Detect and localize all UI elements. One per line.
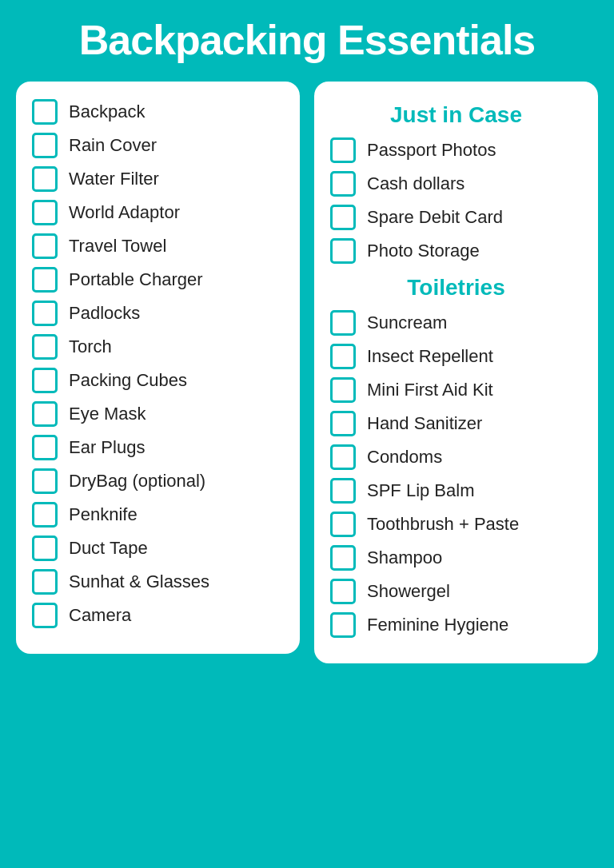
list-item: Hand Sanitizer xyxy=(330,411,582,436)
list-item: Toothbrush + Paste xyxy=(330,512,582,537)
item-label: Camera xyxy=(69,605,131,626)
left-column: BackpackRain CoverWater FilterWorld Adap… xyxy=(16,82,300,654)
list-item: Feminine Hygiene xyxy=(330,612,582,638)
list-item: DryBag (optional) xyxy=(32,468,284,494)
checkbox[interactable] xyxy=(32,267,58,293)
checkbox[interactable] xyxy=(330,545,356,571)
item-label: Eye Mask xyxy=(69,404,146,424)
checkbox[interactable] xyxy=(32,401,58,427)
list-item: Suncream xyxy=(330,310,582,336)
item-label: SPF Lip Balm xyxy=(367,480,475,501)
checkbox[interactable] xyxy=(330,512,356,537)
checkbox[interactable] xyxy=(330,478,356,504)
list-item: Spare Debit Card xyxy=(330,205,582,230)
list-item: Condoms xyxy=(330,444,582,470)
item-label: DryBag (optional) xyxy=(69,471,205,492)
checkbox[interactable] xyxy=(32,468,58,494)
item-label: Passport Photos xyxy=(367,140,496,161)
checkbox[interactable] xyxy=(32,502,58,528)
list-item: Mini First Aid Kit xyxy=(330,377,582,403)
checkbox[interactable] xyxy=(330,137,356,163)
list-item: Backpack xyxy=(32,99,284,125)
checkbox[interactable] xyxy=(330,579,356,604)
checkbox[interactable] xyxy=(330,238,356,264)
item-label: Spare Debit Card xyxy=(367,207,503,228)
item-label: Shampoo xyxy=(367,547,442,568)
checkbox[interactable] xyxy=(32,536,58,561)
item-label: Portable Charger xyxy=(69,269,203,290)
checkbox[interactable] xyxy=(330,171,356,197)
item-label: Water Filter xyxy=(69,169,159,189)
list-item: Camera xyxy=(32,603,284,628)
list-item: Photo Storage xyxy=(330,238,582,264)
list-item: Rain Cover xyxy=(32,133,284,158)
item-label: Hand Sanitizer xyxy=(367,413,482,434)
checkbox[interactable] xyxy=(330,612,356,638)
list-item: Penknife xyxy=(32,502,284,528)
checkbox[interactable] xyxy=(330,310,356,336)
item-label: Toothbrush + Paste xyxy=(367,514,519,535)
item-label: Duct Tape xyxy=(69,538,148,559)
list-item: Torch xyxy=(32,334,284,360)
list-item: Padlocks xyxy=(32,301,284,326)
checkbox[interactable] xyxy=(32,569,58,595)
checkbox[interactable] xyxy=(32,603,58,628)
checkbox[interactable] xyxy=(32,200,58,225)
item-label: Travel Towel xyxy=(69,236,166,257)
checkbox[interactable] xyxy=(32,368,58,393)
list-item: Water Filter xyxy=(32,166,284,192)
checkbox[interactable] xyxy=(32,334,58,360)
checkbox[interactable] xyxy=(330,411,356,436)
checkbox[interactable] xyxy=(32,99,58,125)
checkbox[interactable] xyxy=(330,205,356,230)
item-label: Rain Cover xyxy=(69,135,157,156)
list-item: Portable Charger xyxy=(32,267,284,293)
list-item: Cash dollars xyxy=(330,171,582,197)
item-label: Showergel xyxy=(367,581,450,602)
section-toiletries-heading: Toiletries xyxy=(330,275,582,301)
list-item: SPF Lip Balm xyxy=(330,478,582,504)
checkbox[interactable] xyxy=(32,435,58,460)
list-item: Sunhat & Glasses xyxy=(32,569,284,595)
list-item: Shampoo xyxy=(330,545,582,571)
item-label: Padlocks xyxy=(69,303,140,324)
list-item: Showergel xyxy=(330,579,582,604)
item-label: Mini First Aid Kit xyxy=(367,380,493,400)
checkbox[interactable] xyxy=(330,444,356,470)
columns-wrapper: BackpackRain CoverWater FilterWorld Adap… xyxy=(16,82,598,663)
list-item: Packing Cubes xyxy=(32,368,284,393)
item-label: Insect Repellent xyxy=(367,346,493,367)
checkbox[interactable] xyxy=(32,166,58,192)
item-label: Suncream xyxy=(367,313,447,333)
item-label: Torch xyxy=(69,336,112,357)
item-label: Packing Cubes xyxy=(69,370,187,391)
item-label: Feminine Hygiene xyxy=(367,615,508,635)
list-item: Eye Mask xyxy=(32,401,284,427)
item-label: Penknife xyxy=(69,504,138,525)
right-column: Just in CasePassport PhotosCash dollarsS… xyxy=(314,82,598,663)
item-label: Ear Plugs xyxy=(69,437,145,458)
list-item: Passport Photos xyxy=(330,137,582,163)
list-item: Ear Plugs xyxy=(32,435,284,460)
item-label: Condoms xyxy=(367,447,442,468)
list-item: Travel Towel xyxy=(32,233,284,259)
checkbox[interactable] xyxy=(32,233,58,259)
list-item: World Adaptor xyxy=(32,200,284,225)
item-label: Cash dollars xyxy=(367,173,464,194)
list-item: Insect Repellent xyxy=(330,344,582,369)
checkbox[interactable] xyxy=(32,133,58,158)
section-just-in-case-heading: Just in Case xyxy=(330,102,582,128)
checkbox[interactable] xyxy=(32,301,58,326)
checkbox[interactable] xyxy=(330,377,356,403)
list-item: Duct Tape xyxy=(32,536,284,561)
item-label: Photo Storage xyxy=(367,241,480,261)
checkbox[interactable] xyxy=(330,344,356,369)
page-title: Backpacking Essentials xyxy=(79,16,536,64)
item-label: World Adaptor xyxy=(69,202,180,223)
item-label: Backpack xyxy=(69,102,145,122)
item-label: Sunhat & Glasses xyxy=(69,571,209,592)
